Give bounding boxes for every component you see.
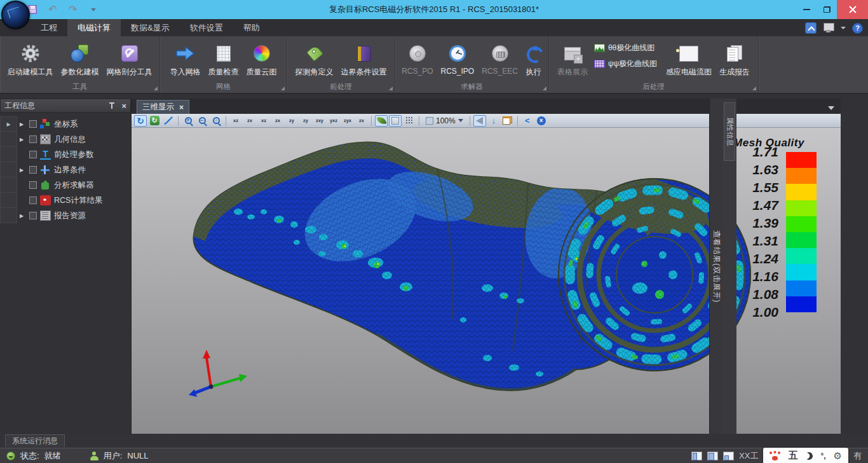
pan-view-button[interactable] <box>162 115 175 127</box>
tree-item-geometry-info[interactable]: ▶ 几何信息 <box>17 132 131 147</box>
checkbox[interactable] <box>29 135 37 143</box>
expand-icon[interactable]: ▶ <box>20 167 26 173</box>
tab-overflow-icon[interactable] <box>828 106 834 110</box>
checkbox[interactable] <box>29 181 37 189</box>
collapse-ribbon-button[interactable] <box>805 22 817 34</box>
display-style-button[interactable] <box>823 23 834 33</box>
boundary-condition-settings-button[interactable]: 边界条件设置 <box>337 39 391 79</box>
ime-settings-gear-icon[interactable]: ⚙ <box>834 451 842 460</box>
group-dialog-launcher-icon[interactable] <box>154 86 158 90</box>
ime-logo-paw-icon[interactable] <box>770 451 780 460</box>
view-iso-4-button[interactable]: zx <box>355 115 368 127</box>
tab-data-display[interactable]: 数据&显示 <box>121 19 180 36</box>
layout-wide-panel-icon[interactable] <box>707 452 718 460</box>
tree-item-rcs-results[interactable]: RCS计算结果 <box>17 193 131 208</box>
results-sidebar-tab[interactable]: 查看结果(双击展开) <box>709 99 722 434</box>
generate-report-button[interactable]: 生成报告 <box>715 39 754 79</box>
group-dialog-launcher-icon[interactable] <box>752 86 756 90</box>
undo-button[interactable]: ↶ <box>46 3 60 17</box>
tree-item-report-resources[interactable]: ▶ 报告资源 <box>17 208 131 223</box>
refresh-view-button[interactable]: ↻ <box>148 115 161 127</box>
pin-icon[interactable] <box>109 102 115 109</box>
view-back-button[interactable]: zx <box>243 115 256 127</box>
solver-rcs-po-button[interactable]: RCS_PO <box>398 39 437 77</box>
tab-em-computation[interactable]: 电磁计算 <box>67 19 121 36</box>
zoom-extents-button[interactable]: ▫ <box>210 115 222 127</box>
help-button[interactable]: ? <box>852 23 863 34</box>
properties-sidebar-tab[interactable]: 属性信息 <box>724 102 735 161</box>
zoom-in-button[interactable]: + <box>182 115 194 127</box>
view-front-button[interactable]: xz <box>229 115 242 127</box>
group-dialog-launcher-icon[interactable] <box>389 86 393 90</box>
tab-3d-display[interactable]: 三维显示 × <box>137 100 189 114</box>
ime-wubi-mode[interactable]: 五 <box>788 450 797 462</box>
tree-item-preprocess-params[interactable]: T 前处理参数 <box>17 147 131 162</box>
checkbox[interactable] <box>29 197 37 204</box>
app-logo[interactable] <box>1 1 30 29</box>
theta-polarization-curve-button[interactable]: θθ极化曲线图 <box>594 43 657 53</box>
import-mesh-button[interactable]: 导入网格 <box>166 39 205 79</box>
solver-rcs-ipo-button[interactable]: RCS_IPO <box>437 39 478 77</box>
legend-labels: 1.71 1.63 1.55 1.47 1.39 1.31 1.24 1.16 … <box>734 152 778 312</box>
tree-item-analysis-solver[interactable]: 分析求解器 <box>17 177 131 193</box>
view-top-button[interactable]: zy <box>285 115 298 127</box>
checkbox[interactable] <box>29 166 37 174</box>
minimize-button[interactable] <box>796 0 817 19</box>
view-iso-3-button[interactable]: zyx <box>341 115 354 127</box>
expand-icon[interactable]: ▶ <box>20 121 26 127</box>
view-left-button[interactable]: xz <box>257 115 270 127</box>
book-icon <box>357 46 371 62</box>
panel-close-icon[interactable]: × <box>121 101 126 111</box>
group-dialog-launcher-icon[interactable] <box>281 86 285 90</box>
expand-icon[interactable]: ▶ <box>20 137 26 142</box>
tab-project[interactable]: 工程 <box>31 19 67 36</box>
psi-polarization-curve-button[interactable]: ψψ极化曲线图 <box>594 59 657 69</box>
checkbox[interactable] <box>29 151 37 158</box>
ribbon-tab-bar: 工程 电磁计算 数据&显示 软件设置 帮助 ? <box>0 19 868 36</box>
tab-software-settings[interactable]: 软件设置 <box>180 19 233 36</box>
close-button[interactable] <box>837 0 868 19</box>
solver-rcs-eec-button[interactable]: RCS_EEC <box>478 39 522 77</box>
parametric-modeling-button[interactable]: 参数化建模 <box>57 39 103 79</box>
view-iso-1-button[interactable]: zxy <box>313 115 326 127</box>
expand-icon[interactable]: ▶ <box>20 213 26 219</box>
points-view-button[interactable] <box>403 115 416 127</box>
quality-cloud-map-button[interactable]: 质量云图 <box>243 39 281 79</box>
ime-halfwidth-moon-icon[interactable] <box>804 451 814 460</box>
group-dialog-launcher-icon[interactable] <box>543 86 546 90</box>
ime-toolbar[interactable]: 五 °, ⚙ <box>763 448 848 463</box>
tree-item-coordinate-system[interactable]: ▶ 坐标系 <box>17 116 131 132</box>
zoom-level-selector[interactable]: 100% <box>423 115 466 127</box>
rotate-view-button[interactable]: ↻ <box>134 115 147 127</box>
select-mode-button[interactable] <box>473 115 486 127</box>
share-flow-button[interactable]: < <box>521 115 534 127</box>
drop-view-button[interactable]: ↓ <box>487 115 500 127</box>
quality-check-button[interactable]: 质量检查 <box>205 39 243 79</box>
wireframe-view-button[interactable] <box>389 115 402 127</box>
probe-angle-define-button[interactable]: 探测角定义 <box>292 39 337 79</box>
checkbox[interactable] <box>29 212 37 219</box>
ime-punctuation-mode[interactable]: °, <box>820 452 825 460</box>
checkbox[interactable] <box>29 120 37 128</box>
view-iso-2-button[interactable]: yxz <box>327 115 340 127</box>
tree-item-boundary-conditions[interactable]: ▶ 边界条件 <box>17 162 131 177</box>
redo-button[interactable]: ↷ <box>66 3 80 17</box>
tab-close-icon[interactable]: × <box>179 103 184 112</box>
view-right-button[interactable]: zx <box>271 115 284 127</box>
layout-bottom-panel-icon[interactable] <box>723 452 734 460</box>
quick-access-menu-button[interactable] <box>86 3 100 17</box>
zoom-out-button[interactable]: − <box>196 115 208 127</box>
layout-left-panel-icon[interactable] <box>691 452 702 460</box>
shaded-view-button[interactable] <box>375 115 388 127</box>
clear-view-button[interactable]: × <box>535 115 548 127</box>
launch-modeling-tool-button[interactable]: 启动建模工具 <box>4 39 57 79</box>
induced-current-map-button[interactable]: 感应电磁流图 <box>662 39 715 79</box>
meshing-tool-button[interactable]: 网格剖分工具 <box>103 39 156 79</box>
tab-help[interactable]: 帮助 <box>233 19 270 36</box>
restore-button[interactable] <box>817 0 837 19</box>
view-bottom-button[interactable]: zy <box>299 115 312 127</box>
window-layers-button[interactable] <box>501 115 514 127</box>
execute-button[interactable]: 执行 <box>522 39 546 79</box>
system-messages-tab[interactable]: 系统运行消息 <box>5 434 65 447</box>
table-display-button[interactable]: 表格展示 <box>553 39 592 79</box>
